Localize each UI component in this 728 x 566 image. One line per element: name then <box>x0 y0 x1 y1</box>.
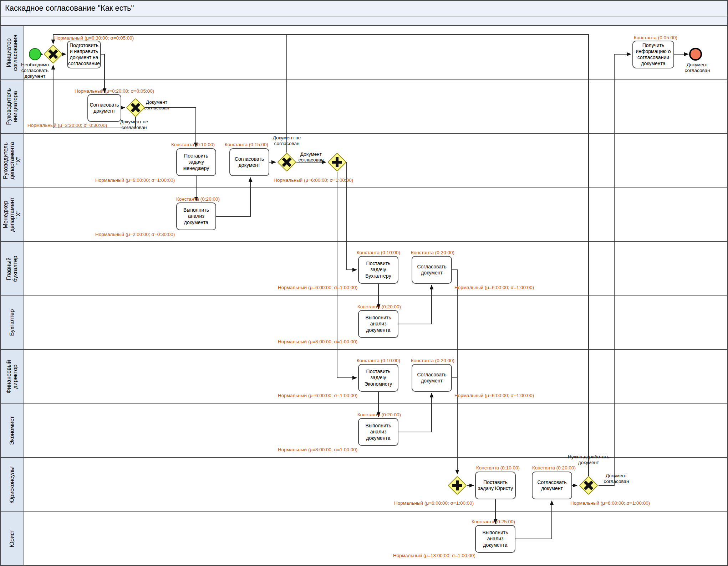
edge-time-label: Константа (0:15:00) <box>225 142 268 147</box>
flow-approve3-to-join <box>452 270 457 474</box>
edge-time-label: Нормальный (μ=6:00:00; σ=1:00:00) <box>454 285 534 290</box>
edge-time-label: Нормальный (μ=6:00:00; σ=1:00:00) <box>274 177 353 183</box>
edge-time-label: Константа (0:05:00) <box>634 35 677 40</box>
label-end-event: Документ согласован <box>685 62 710 73</box>
flow-analyze3-to-approve4 <box>398 393 432 432</box>
label-doc-not-approved-initiator-manager: Документ не согласован <box>120 119 148 130</box>
flow-analyze1-to-approve2 <box>216 177 250 216</box>
edge-time-label: Нормальный (μ=8:00:00; σ=1:00:00) <box>278 447 357 452</box>
task-prepare-and-send-document[interactable]: Подготовить и направить документ на согл… <box>67 41 101 68</box>
task-analyze-document-economist[interactable]: Выполнить анализ документа <box>358 418 398 446</box>
flow-analyze4-to-approve5 <box>515 501 552 539</box>
label-doc-not-approved-dept-head: Документ не согласован <box>273 135 301 146</box>
task-assign-task-to-manager[interactable]: Поставить задачу менеджеру <box>176 148 216 176</box>
edge-time-label: Нормальный (μ=0:30:00; σ=0:05:00) <box>54 35 134 41</box>
flow-xor9-approved-to-get-info <box>599 54 631 485</box>
task-approve-document-cfo[interactable]: Согласовать документ <box>412 364 452 392</box>
task-approve-document-dept-head[interactable]: Согласовать документ <box>229 148 269 176</box>
plus-icon <box>336 157 338 167</box>
end-event[interactable] <box>689 48 702 61</box>
label-start-event: Необходимо согласовать документ <box>21 62 49 79</box>
edge-time-label: Константа (0:20:00) <box>411 250 454 255</box>
edge-time-label: Константа (0:25:00) <box>472 519 515 524</box>
edge-time-label: Нормальный (μ=6:00:00; σ=1:00:00) <box>394 500 474 506</box>
edge-time-label: Константа (0:10:00) <box>171 142 215 147</box>
label-doc-needs-rework: Нужно доработать документ <box>568 454 609 465</box>
edge-time-label: Нормальный (μ=6:00:00; σ=1:00:00) <box>278 393 357 398</box>
gateway-xor-initiator[interactable] <box>44 45 63 64</box>
gateway-xor-dept-head[interactable] <box>277 153 296 172</box>
plus-icon <box>456 480 459 490</box>
edge-time-label: Константа (0:20:00) <box>357 412 401 417</box>
edge-time-label: Константа (0:20:00) <box>532 465 576 470</box>
gateway-xor-legal-counsel[interactable] <box>579 476 598 495</box>
diagram-stage: Нормальный (μ=0:30:00; σ=0:05:00)Констан… <box>1 1 727 565</box>
edge-time-label: Нормальный (μ=6:00:00; σ=1:00:00) <box>95 177 175 183</box>
flow-prepare-to-approve1 <box>101 54 105 93</box>
edge-time-label: Константа (0:20:00) <box>357 304 401 309</box>
task-assign-task-to-economist[interactable]: Поставить задачу Экономисту <box>358 364 398 392</box>
task-approve-document-initiator-manager[interactable]: Согласовать документ <box>87 94 121 122</box>
task-analyze-document-lawyer[interactable]: Выполнить анализ документа <box>475 525 515 553</box>
edge-time-label: Константа (0:10:00) <box>357 358 400 363</box>
label-doc-approved-initiator-manager: Документ согласован <box>144 99 169 111</box>
task-get-approval-info[interactable]: Получить информацию о согласовании докум… <box>632 41 674 68</box>
label-doc-approved-legal-counsel: Документ согласован <box>604 473 629 484</box>
task-assign-task-to-lawyer[interactable]: Поставить задачу Юристу <box>475 472 516 499</box>
flow-analyze2-to-approve3 <box>398 285 432 324</box>
edge-time-label: Нормальный (μ=3:30:00; σ=0:30:00) <box>27 123 107 128</box>
edge-time-label: Нормальный (μ=8:00:00; σ=1:00:00) <box>278 339 357 344</box>
label-doc-approved-dept-head: Документ согласован <box>299 151 324 163</box>
task-analyze-document-accountant[interactable]: Выполнить анализ документа <box>358 310 398 338</box>
edge-time-label: Константа (0:10:00) <box>357 250 400 255</box>
start-event[interactable] <box>29 48 41 60</box>
flow-xor2-approved-to-assign-manager <box>145 108 196 147</box>
edge-time-label: Нормальный (μ=2:00:00; σ=0:30:00) <box>95 232 175 237</box>
task-approve-document-legal-counsel[interactable]: Согласовать документ <box>532 472 572 499</box>
task-analyze-document-dept-manager[interactable]: Выполнить анализ документа <box>176 202 216 230</box>
edge-time-label: Константа (0:10:00) <box>476 465 520 470</box>
edge-time-label: Нормальный (μ=6:00:00; σ=1:00:00) <box>278 285 357 290</box>
edge-time-label: Константа (0:20:00) <box>411 358 454 363</box>
edge-time-label: Нормальный (μ=6:00:00; σ=1:00:00) <box>454 393 534 398</box>
edge-time-label: Нормальный (μ=0:20:00; σ=0:05:00) <box>75 88 154 94</box>
edge-time-label: Константа (0:20:00) <box>176 196 220 202</box>
gateway-xor-initiator-manager[interactable] <box>126 98 145 117</box>
bpmn-diagram: Каскадное согласование "Как есть" Инициа… <box>0 0 728 566</box>
gateway-parallel-split[interactable] <box>327 153 347 172</box>
edge-time-label: Нормальный (μ=6:00:00; σ=1:00:00) <box>570 500 650 506</box>
edge-time-label: Нормальный (μ=13:00:00; σ=1:00:00) <box>393 553 475 558</box>
task-assign-task-to-accountant[interactable]: Поставить задачу Бухгалтеру <box>358 256 398 284</box>
task-approve-document-chief-accountant[interactable]: Согласовать документ <box>412 256 452 284</box>
gateway-parallel-join[interactable] <box>448 476 467 495</box>
